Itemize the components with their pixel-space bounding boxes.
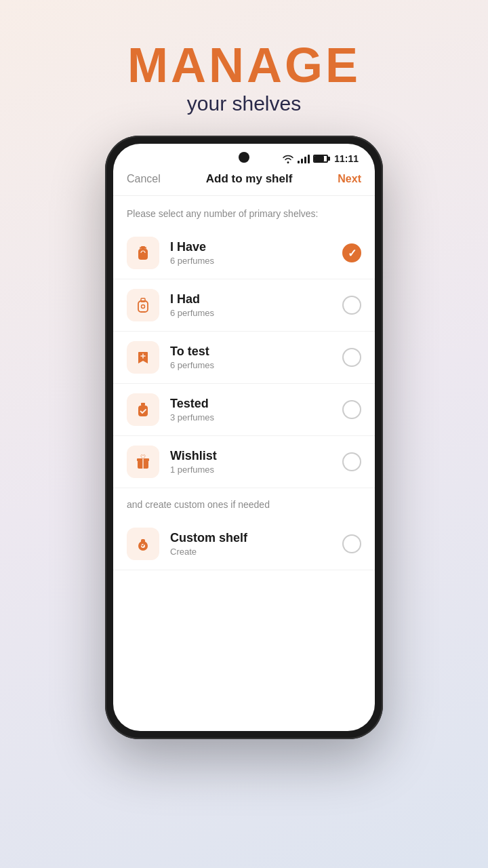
shelf-icon-wrap-custom (127, 528, 159, 560)
shelf-info-i-had: I Had 6 perfumes (170, 292, 331, 318)
shelf-info-i-have: I Have 6 perfumes (170, 240, 331, 266)
shelf-info-tested: Tested 3 perfumes (170, 397, 331, 422)
wifi-icon (282, 154, 294, 163)
svg-rect-6 (141, 403, 145, 406)
checkmark-i-have: ✓ (348, 247, 357, 260)
shelf-count-i-have: 6 perfumes (170, 256, 331, 266)
shelf-count-custom: Create (170, 547, 331, 557)
camera-notch (239, 152, 249, 163)
shelf-checkbox-i-had[interactable] (342, 296, 361, 315)
svg-rect-0 (138, 249, 148, 260)
page-title-main: MANAGE (127, 41, 361, 90)
top-nav: Cancel Add to my shelf Next (113, 167, 375, 196)
bottle-icon (134, 243, 152, 262)
shelf-name-i-have: I Have (170, 240, 331, 254)
bottle-custom-icon (134, 534, 152, 553)
cancel-button[interactable]: Cancel (127, 173, 161, 185)
gift-icon (134, 452, 152, 471)
shelf-item-wishlist[interactable]: Wishlist 1 perfumes (113, 436, 375, 488)
shelf-info-wishlist: Wishlist 1 perfumes (170, 449, 331, 475)
shelf-info-to-test: To test 6 perfumes (170, 344, 331, 370)
shelf-item-i-have[interactable]: I Have 6 perfumes ✓ (113, 227, 375, 279)
phone-screen: 11:11 Cancel Add to my shelf Next Please… (113, 144, 375, 731)
shelf-icon-wrap-i-had (127, 289, 159, 321)
shelf-item-to-test[interactable]: To test 6 perfumes (113, 332, 375, 384)
primary-section-label: Please select any number of primary shel… (113, 196, 375, 227)
shelf-item-custom[interactable]: Custom shelf Create (113, 518, 375, 570)
page-header: MANAGE your shelves (127, 0, 361, 115)
shelf-checkbox-custom[interactable] (342, 534, 361, 553)
custom-section-label: and create custom ones if needed (113, 488, 375, 518)
shelf-icon-wrap-i-have (127, 237, 159, 269)
shelf-item-tested[interactable]: Tested 3 perfumes (113, 384, 375, 436)
shelf-checkbox-to-test[interactable] (342, 348, 361, 367)
shelf-info-custom: Custom shelf Create (170, 531, 331, 557)
svg-rect-1 (141, 246, 145, 249)
signal-icon (298, 154, 310, 163)
shelf-count-i-had: 6 perfumes (170, 308, 331, 318)
shelf-name-wishlist: Wishlist (170, 449, 331, 463)
svg-rect-5 (138, 406, 148, 416)
svg-rect-3 (141, 298, 145, 302)
shelf-name-tested: Tested (170, 397, 331, 411)
page-title-sub: your shelves (127, 92, 361, 115)
shelf-name-i-had: I Had (170, 292, 331, 307)
shelf-checkbox-i-have[interactable]: ✓ (342, 243, 361, 262)
shelf-item-i-had[interactable]: I Had 6 perfumes (113, 279, 375, 332)
shelf-count-wishlist: 1 perfumes (170, 465, 331, 475)
svg-rect-10 (141, 539, 145, 543)
svg-rect-2 (138, 301, 148, 312)
status-icons: 11:11 (282, 153, 359, 164)
shelf-icon-wrap-wishlist (127, 446, 159, 478)
shelf-checkbox-tested[interactable] (342, 400, 361, 419)
svg-point-4 (142, 305, 145, 309)
status-bar: 11:11 (113, 144, 375, 167)
next-button[interactable]: Next (338, 173, 361, 185)
shelf-count-tested: 3 perfumes (170, 412, 331, 422)
shelf-count-to-test: 6 perfumes (170, 360, 331, 370)
shelf-content: Please select any number of primary shel… (113, 196, 375, 731)
shelf-icon-wrap-tested (127, 393, 159, 426)
phone-frame: 11:11 Cancel Add to my shelf Next Please… (105, 136, 383, 739)
shelf-icon-wrap-to-test (127, 341, 159, 374)
bookmark-icon (134, 348, 152, 367)
time-display: 11:11 (334, 153, 359, 164)
shelf-name-to-test: To test (170, 344, 331, 359)
bottle-outline-icon (134, 296, 152, 315)
shelf-checkbox-wishlist[interactable] (342, 452, 361, 471)
nav-title: Add to my shelf (206, 172, 293, 186)
bottle-check-icon (134, 400, 152, 419)
shelf-name-custom: Custom shelf (170, 531, 331, 545)
battery-icon (313, 155, 328, 163)
